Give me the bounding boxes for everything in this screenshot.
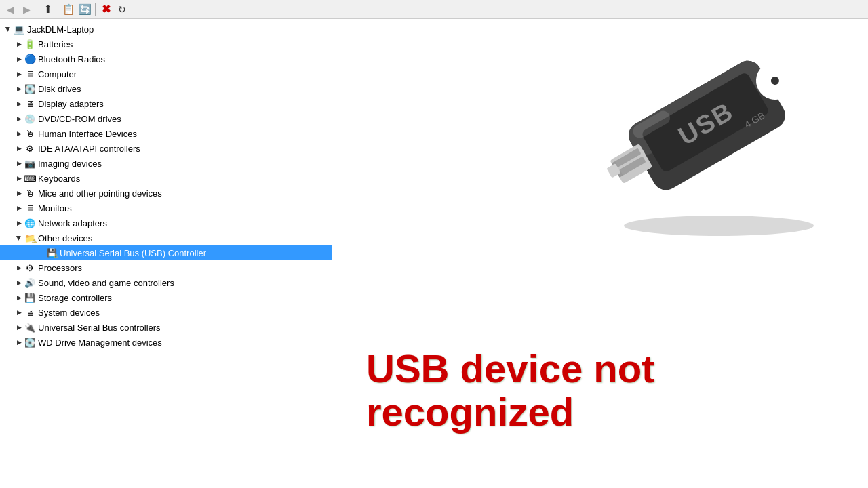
wd-icon: 💽 [24, 337, 35, 348]
back-button[interactable]: ◀ [3, 2, 18, 17]
usb-error-line2: recognized [366, 390, 574, 434]
tree-label-usb-controller: Universal Serial Bus (USB) Controller [60, 248, 206, 258]
toolbar-sep-3 [95, 3, 96, 16]
tree-item-root[interactable]: ▶ 💻 JackDLM-Laptop [0, 22, 332, 37]
tree-label-usb-controllers: Universal Serial Bus controllers [38, 323, 161, 333]
hid-icon: 🖱 [24, 128, 35, 139]
tree-label-batteries: Batteries [38, 39, 73, 49]
dvddrives-icon: 💿 [24, 113, 35, 124]
tree-arrow-bluetooth: ▶ [14, 54, 24, 64]
tree-label-mice: Mice and other pointing devices [38, 188, 162, 199]
properties-button[interactable]: 📋 [61, 2, 76, 17]
ide-icon: ⚙ [24, 143, 35, 154]
bluetooth-icon: 🔵 [24, 54, 35, 64]
tree-item-hid[interactable]: ▶ 🖱 Human Interface Devices [0, 126, 332, 141]
tree-arrow-storage: ▶ [14, 292, 24, 303]
computer-icon: 🖥 [24, 68, 35, 79]
up-button[interactable]: ⬆ [40, 2, 55, 17]
tree-arrow-processors: ▶ [14, 262, 24, 273]
processors-icon: ⚙ [24, 262, 35, 273]
scan-button[interactable]: 🔄 [77, 2, 92, 17]
toolbar-sep-1 [37, 3, 37, 16]
tree-label-bluetooth: Bluetooth Radios [38, 54, 105, 64]
monitors-icon: 🖥 [24, 203, 35, 214]
tree-item-diskdrives[interactable]: ▶ 💽 Disk drives [0, 81, 332, 96]
tree-label-keyboards: Keyboards [38, 174, 80, 184]
refresh-button[interactable]: ↻ [115, 2, 130, 17]
usb-warn-icon: 💾 ⚠ [46, 247, 57, 258]
tree-label-processors: Processors [38, 263, 82, 273]
tree-arrow-system: ▶ [14, 307, 24, 318]
help-button[interactable]: ✖ [98, 2, 113, 17]
tree-item-sound[interactable]: ▶ 🔊 Sound, video and game controllers [0, 275, 332, 290]
tree-label-otherdevices: Other devices [38, 233, 92, 243]
tree-arrow-otherdevices: ▶ [14, 232, 24, 243]
tree-item-dvddrives[interactable]: ▶ 💿 DVD/CD-ROM drives [0, 111, 332, 126]
svg-point-0 [624, 216, 814, 236]
tree-label-displayadapters: Display adapters [38, 99, 104, 109]
right-panel: USB 4 GB [332, 19, 868, 488]
tree-label-sound: Sound, video and game controllers [38, 278, 174, 288]
tree-arrow-hid: ▶ [14, 128, 24, 139]
usb-drive-illustration: USB 4 GB [597, 33, 827, 249]
tree-label-ide: IDE ATA/ATAPI controllers [38, 144, 140, 154]
tree-item-wd[interactable]: ▶ 💽 WD Drive Management devices [0, 335, 332, 350]
usb-error-line1: USB device not [366, 346, 654, 390]
tree-item-otherdevices[interactable]: ▶ 📁 ⚠ Other devices [0, 230, 332, 245]
tree-item-batteries[interactable]: ▶ 🔋 Batteries [0, 37, 332, 52]
main-area: ▶ 💻 JackDLM-Laptop ▶ 🔋 Batteries ▶ 🔵 Blu… [0, 19, 868, 488]
tree-item-storage[interactable]: ▶ 💾 Storage controllers [0, 290, 332, 305]
tree-arrow-batteries: ▶ [14, 39, 24, 49]
tree-label-wd: WD Drive Management devices [38, 338, 162, 348]
tree-label-dvddrives: DVD/CD-ROM drives [38, 114, 121, 124]
tree-arrow-dvddrives: ▶ [14, 113, 24, 124]
sound-icon: 🔊 [24, 277, 35, 288]
device-tree-panel: ▶ 💻 JackDLM-Laptop ▶ 🔋 Batteries ▶ 🔵 Blu… [0, 19, 332, 488]
usb-controllers-icon: 🔌 [24, 322, 35, 333]
displayadapters-icon: 🖥 [24, 98, 35, 109]
tree-item-computer[interactable]: ▶ 🖥 Computer [0, 66, 332, 81]
tree-label-system: System devices [38, 308, 100, 318]
tree-arrow-mice: ▶ [14, 188, 24, 199]
tree-arrow-network: ▶ [14, 218, 24, 228]
tree-arrow-computer: ▶ [14, 68, 24, 79]
tree-item-displayadapters[interactable]: ▶ 🖥 Display adapters [0, 96, 332, 111]
usb-error-message: USB device not recognized [366, 347, 854, 434]
otherdevices-icon: 📁 ⚠ [24, 232, 35, 243]
laptop-icon: 💻 [14, 24, 24, 35]
tree-item-usb-controller[interactable]: ▶ 💾 ⚠ Universal Serial Bus (USB) Control… [0, 245, 332, 260]
tree-item-monitors[interactable]: ▶ 🖥 Monitors [0, 201, 332, 216]
tree-item-network[interactable]: ▶ 🌐 Network adapters [0, 216, 332, 230]
imaging-icon: 📷 [24, 158, 35, 169]
tree-item-usb-controllers[interactable]: ▶ 🔌 Universal Serial Bus controllers [0, 320, 332, 335]
toolbar-sep-2 [58, 3, 58, 16]
tree-label-storage: Storage controllers [38, 293, 112, 303]
tree-label-computer: Computer [38, 69, 77, 79]
tree-arrow-monitors: ▶ [14, 203, 24, 214]
tree-item-processors[interactable]: ▶ ⚙ Processors [0, 260, 332, 275]
tree-arrow-wd: ▶ [14, 337, 24, 348]
mice-icon: 🖱 [24, 188, 35, 199]
network-icon: 🌐 [24, 218, 35, 228]
tree-label-hid: Human Interface Devices [38, 129, 137, 139]
tree-arrow-displayadapters: ▶ [14, 98, 24, 109]
storage-icon: 💾 [24, 292, 35, 303]
tree-item-imaging[interactable]: ▶ 📷 Imaging devices [0, 156, 332, 171]
tree-arrow-imaging: ▶ [14, 158, 24, 169]
tree-item-bluetooth[interactable]: ▶ 🔵 Bluetooth Radios [0, 52, 332, 66]
tree-arrow-diskdrives: ▶ [14, 83, 24, 94]
tree-arrow-usb-controllers: ▶ [14, 322, 24, 333]
tree-arrow-root: ▶ [3, 24, 14, 35]
tree-label-root: JackDLM-Laptop [27, 24, 94, 35]
system-icon: 🖥 [24, 307, 35, 318]
tree-label-diskdrives: Disk drives [38, 84, 81, 94]
diskdrives-icon: 💽 [24, 83, 35, 94]
tree-label-imaging: Imaging devices [38, 159, 102, 169]
tree-label-network: Network adapters [38, 218, 107, 228]
toolbar: ◀ ▶ ⬆ 📋 🔄 ✖ ↻ [0, 0, 868, 19]
tree-item-keyboards[interactable]: ▶ ⌨ Keyboards [0, 171, 332, 186]
tree-item-system[interactable]: ▶ 🖥 System devices [0, 305, 332, 320]
tree-item-ide[interactable]: ▶ ⚙ IDE ATA/ATAPI controllers [0, 141, 332, 156]
forward-button[interactable]: ▶ [19, 2, 34, 17]
tree-item-mice[interactable]: ▶ 🖱 Mice and other pointing devices [0, 186, 332, 201]
